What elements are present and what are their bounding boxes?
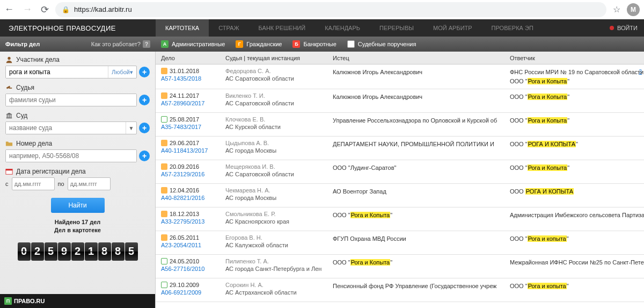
case-date: 24.11.2017 (170, 92, 199, 99)
topnav-tab[interactable]: БАНК РЕШЕНИЙ (249, 19, 316, 37)
case-type-icon (161, 68, 167, 74)
case-type-icon (161, 258, 167, 264)
counter-digit: 0 (18, 242, 31, 261)
topnav-tab[interactable]: КАЛЕНДАРЬ (315, 19, 370, 37)
case-number-link[interactable]: А35-7483/2017 (161, 124, 225, 130)
add-party-button[interactable]: + (139, 67, 150, 77)
topnav-tab[interactable]: КАРТОТЕКА (156, 19, 209, 37)
svg-rect-8 (6, 169, 12, 171)
back-button[interactable]: ← (4, 4, 14, 16)
lock-icon: 🔒 (62, 6, 70, 13)
header-defendant[interactable]: Ответчик (510, 55, 644, 61)
add-judge-button[interactable]: + (139, 95, 150, 105)
topnav-tab[interactable]: СТРАЖ (209, 19, 248, 37)
table-row[interactable]: 24.11.2017А57-28960/2017Викленко Т. И.АС… (156, 89, 644, 113)
calendar-icon (5, 168, 13, 175)
judge-name: Мещерякова И. В. (225, 163, 333, 170)
forward-button[interactable]: → (23, 4, 32, 16)
case-date: 20.09.2016 (170, 163, 199, 170)
search-button[interactable]: Найти (51, 198, 105, 213)
pravo-footer[interactable]: П ПРАВО.RU (0, 294, 155, 308)
court-name: АС Красноярского края (225, 218, 333, 225)
topnav-tab[interactable]: ПЕРЕРЫВЫ (370, 19, 423, 37)
bookmark-icon[interactable]: ☆ (613, 4, 620, 15)
case-number-link[interactable]: А57-23129/2016 (161, 171, 225, 177)
table-row[interactable]: 24.05.2010А56-27716/2010Пилипенко Т. А.А… (156, 255, 644, 278)
case-number-link[interactable]: А33-22795/2013 (161, 218, 225, 225)
filter-court-orders[interactable]: Судебные поручения (347, 40, 416, 48)
defendant-cell: ФНС России МРИ № 19 по Саратовской облас… (510, 68, 644, 85)
filter-administrative[interactable]: ААдминистративные (161, 40, 225, 48)
header-case[interactable]: Дело (156, 55, 225, 61)
party-any-toggle[interactable]: Любой ▾ (108, 66, 136, 78)
topnav-tab[interactable]: ПРОВЕРКА ЭП (482, 19, 543, 37)
caseno-input[interactable] (6, 150, 136, 162)
results-table: Дело Судья | текущая инстанция Истец Отв… (156, 52, 644, 308)
pravo-icon: П (4, 297, 12, 305)
table-row[interactable]: 31.01.2018А57-1435/2018Федорцова С. А.АС… (156, 65, 644, 89)
login-button[interactable]: ВОЙТИ (617, 25, 638, 31)
judge-name: Клочкова Е. В. (225, 116, 333, 123)
filter-civil[interactable]: ГГражданские (236, 40, 282, 48)
reload-button[interactable]: ⟳ (41, 4, 49, 16)
counter-digit: 2 (71, 242, 84, 261)
table-row[interactable]: 26.05.2011А23-2054/2011Егорова В. Н.АС К… (156, 231, 644, 255)
case-number-link[interactable]: А57-28960/2017 (161, 100, 225, 106)
court-dropdown-button[interactable]: ▼ (126, 122, 136, 134)
case-number-link[interactable]: А57-1435/2018 (161, 75, 225, 82)
sidebar: Участник дела Любой ▾ + Судья + (0, 52, 156, 308)
table-row[interactable]: 29.10.2009А06-6921/2009Сорокин Н. А.АС А… (156, 278, 644, 302)
case-type-icon (161, 234, 167, 241)
party-input[interactable] (6, 66, 108, 78)
plaintiff-cell: АО Военторг Запад (333, 187, 510, 204)
svg-rect-4 (9, 114, 10, 117)
address-bar[interactable]: 🔒 https://kad.arbitr.ru (55, 2, 606, 17)
table-row[interactable]: 12.04.2016А40-82821/2016Чекмарева Н. А.А… (156, 184, 644, 207)
counter-digit: 2 (31, 242, 44, 261)
court-label: Суд (5, 112, 150, 119)
plaintiff-cell: Калюжнов Игорь Александрович (333, 68, 510, 85)
court-name: АС города Москвы (225, 195, 333, 201)
court-icon (5, 112, 13, 119)
court-name: АС Саратовской области (225, 100, 333, 106)
case-number-link[interactable]: А23-2054/2011 (161, 242, 225, 248)
table-row[interactable]: 25.08.2017А35-7483/2017Клочкова Е. В.АС … (156, 113, 644, 137)
case-date: 29.06.2017 (170, 140, 199, 146)
case-number-link[interactable]: А40-118413/2017 (161, 147, 225, 154)
table-row[interactable]: 20.09.2016А57-23129/2016Мещерякова И. В.… (156, 160, 644, 184)
defendant-cell: Межрайонная ИФНС России №25 по Санкт-Пет… (510, 258, 644, 275)
help-link[interactable]: Как это работает? ? (91, 40, 150, 48)
judge-name: Смольникова Е. Р. (225, 211, 333, 217)
court-name: АС Курской области (225, 124, 333, 130)
table-row[interactable]: 18.12.2013А33-22795/2013Смольникова Е. Р… (156, 207, 644, 231)
case-number-link[interactable]: А56-27716/2010 (161, 266, 225, 272)
court-input[interactable] (6, 122, 126, 134)
header-judge[interactable]: Судья | текущая инстанция (225, 55, 333, 61)
case-number-link[interactable]: А40-82821/2016 (161, 195, 225, 201)
judge-input[interactable] (6, 94, 136, 106)
case-type-icon (161, 211, 167, 217)
table-row[interactable]: 29.06.2017А40-118413/2017Цыдыпова А. В.А… (156, 137, 644, 160)
plaintiff-cell: ООО "Рога и Копыта" (333, 211, 510, 227)
folder-icon (5, 140, 13, 147)
case-type-icon (161, 282, 167, 288)
header-plaintiff[interactable]: Истец (333, 55, 510, 61)
topnav-tab[interactable]: МОЙ АРБИТР (423, 19, 482, 37)
svg-rect-3 (7, 114, 8, 117)
court-name: АС Калужской области (225, 242, 333, 248)
counter-digit: 5 (45, 242, 57, 261)
court-name: АС города Санкт-Петербурга и Лен (225, 266, 333, 272)
case-number-link[interactable]: А06-6921/2009 (161, 289, 225, 296)
browser-toolbar: ← → ⟳ 🔒 https://kad.arbitr.ru ☆ M (0, 0, 644, 19)
judge-name: Сорокин Н. А. (225, 282, 333, 288)
add-caseno-button[interactable]: + (139, 151, 150, 161)
add-court-button[interactable]: + (139, 123, 150, 133)
date-from-input[interactable] (12, 177, 55, 190)
profile-avatar[interactable]: M (627, 3, 640, 16)
case-date: 25.08.2017 (170, 116, 199, 123)
judge-name: Егорова В. Н. (225, 234, 333, 241)
filter-bankrupt[interactable]: ББанкротные (292, 40, 336, 48)
url-text: https://kad.arbitr.ru (74, 5, 132, 13)
counter-digit: 9 (58, 242, 71, 261)
date-to-input[interactable] (68, 177, 111, 190)
